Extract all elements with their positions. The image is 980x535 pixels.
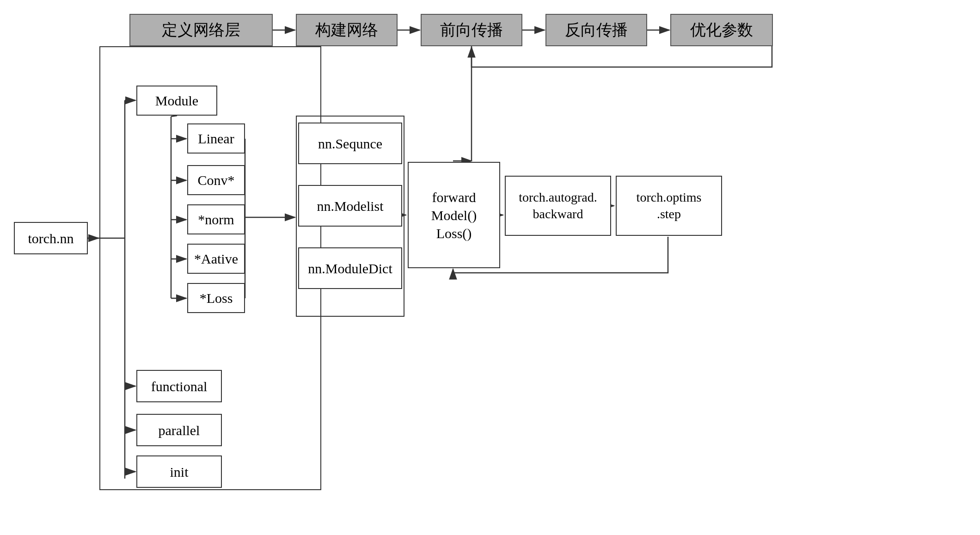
init-box: init <box>136 455 222 488</box>
step-define-layers: 定义网络层 <box>129 14 273 46</box>
diagram: 定义网络层 构建网络 前向传播 反向传播 优化参数 torch.nn Modul… <box>0 0 980 535</box>
step-build-network: 构建网络 <box>296 14 398 46</box>
optims-box: torch.optims .step <box>616 176 722 236</box>
conv-box: Conv* <box>187 165 245 195</box>
step-backward-prop: 反向传播 <box>545 14 647 46</box>
nn-modelist-box: nn.Modelist <box>298 185 402 227</box>
nn-moduledict-box: nn.ModuleDict <box>298 247 402 289</box>
functional-box: functional <box>136 370 222 402</box>
loss-box: *Loss <box>187 283 245 313</box>
aative-box: *Aative <box>187 244 245 274</box>
module-box: Module <box>136 86 217 116</box>
torch-nn-label: torch.nn <box>14 222 88 254</box>
step-forward-prop: 前向传播 <box>421 14 522 46</box>
forward-model-box: forward Model() Loss() <box>408 162 500 268</box>
nn-sequnce-box: nn.Sequnce <box>298 123 402 164</box>
norm-box: *norm <box>187 204 245 234</box>
linear-box: Linear <box>187 123 245 154</box>
autograd-box: torch.autograd. backward <box>505 176 611 236</box>
parallel-box: parallel <box>136 414 222 446</box>
step-optimize: 优化参数 <box>670 14 773 46</box>
